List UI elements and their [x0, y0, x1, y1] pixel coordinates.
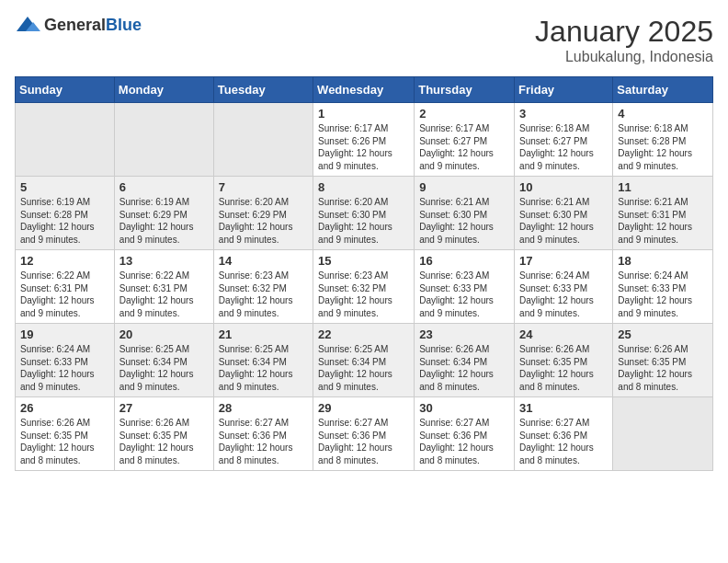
- calendar-table: SundayMondayTuesdayWednesdayThursdayFrid…: [15, 76, 713, 471]
- day-info: Sunrise: 6:25 AM Sunset: 6:34 PM Dayligh…: [219, 343, 308, 393]
- day-info: Sunrise: 6:21 AM Sunset: 6:30 PM Dayligh…: [519, 196, 608, 246]
- calendar-cell: 15Sunrise: 6:23 AM Sunset: 6:32 PM Dayli…: [313, 250, 415, 324]
- weekday-header-monday: Monday: [114, 77, 213, 103]
- calendar-cell: 25Sunrise: 6:26 AM Sunset: 6:35 PM Dayli…: [613, 324, 713, 397]
- day-number: 31: [519, 401, 608, 415]
- calendar-week-1: 1Sunrise: 6:17 AM Sunset: 6:26 PM Daylig…: [16, 103, 713, 177]
- day-number: 16: [419, 254, 509, 268]
- day-number: 28: [219, 401, 308, 415]
- calendar-cell: 31Sunrise: 6:27 AM Sunset: 6:36 PM Dayli…: [515, 397, 613, 471]
- calendar-cell: 8Sunrise: 6:20 AM Sunset: 6:30 PM Daylig…: [313, 177, 415, 250]
- day-number: 10: [519, 180, 608, 194]
- day-number: 24: [519, 327, 608, 341]
- calendar-cell: 22Sunrise: 6:25 AM Sunset: 6:34 PM Dayli…: [313, 324, 415, 397]
- day-number: 30: [419, 401, 509, 415]
- day-info: Sunrise: 6:22 AM Sunset: 6:31 PM Dayligh…: [20, 270, 109, 319]
- weekday-header-friday: Friday: [515, 77, 613, 103]
- day-info: Sunrise: 6:24 AM Sunset: 6:33 PM Dayligh…: [618, 270, 708, 319]
- calendar-cell: 12Sunrise: 6:22 AM Sunset: 6:31 PM Dayli…: [16, 250, 115, 324]
- calendar-cell: 23Sunrise: 6:26 AM Sunset: 6:34 PM Dayli…: [415, 324, 515, 397]
- day-number: 9: [419, 180, 509, 194]
- day-info: Sunrise: 6:27 AM Sunset: 6:36 PM Dayligh…: [519, 417, 608, 466]
- calendar-cell: 21Sunrise: 6:25 AM Sunset: 6:34 PM Dayli…: [213, 324, 313, 397]
- weekday-header-tuesday: Tuesday: [213, 77, 313, 103]
- calendar-cell: 26Sunrise: 6:26 AM Sunset: 6:35 PM Dayli…: [16, 397, 115, 471]
- calendar-cell: 30Sunrise: 6:27 AM Sunset: 6:36 PM Dayli…: [415, 397, 515, 471]
- calendar-cell: [16, 103, 115, 177]
- day-info: Sunrise: 6:26 AM Sunset: 6:35 PM Dayligh…: [119, 417, 209, 466]
- day-number: 5: [20, 180, 109, 194]
- calendar-cell: 11Sunrise: 6:21 AM Sunset: 6:31 PM Dayli…: [613, 177, 713, 250]
- calendar-cell: 1Sunrise: 6:17 AM Sunset: 6:26 PM Daylig…: [313, 103, 415, 177]
- day-number: 12: [20, 254, 109, 268]
- day-number: 15: [318, 254, 409, 268]
- day-number: 8: [318, 180, 409, 194]
- day-number: 1: [318, 107, 409, 121]
- weekday-header-wednesday: Wednesday: [313, 77, 415, 103]
- logo-blue: Blue: [106, 16, 142, 34]
- day-number: 25: [618, 327, 708, 341]
- day-info: Sunrise: 6:18 AM Sunset: 6:28 PM Dayligh…: [618, 122, 708, 172]
- calendar-cell: 14Sunrise: 6:23 AM Sunset: 6:32 PM Dayli…: [213, 250, 313, 324]
- calendar-cell: 28Sunrise: 6:27 AM Sunset: 6:36 PM Dayli…: [213, 397, 313, 471]
- day-number: 14: [219, 254, 308, 268]
- calendar-week-3: 12Sunrise: 6:22 AM Sunset: 6:31 PM Dayli…: [16, 250, 713, 324]
- calendar-cell: 16Sunrise: 6:23 AM Sunset: 6:33 PM Dayli…: [415, 250, 515, 324]
- day-info: Sunrise: 6:23 AM Sunset: 6:33 PM Dayligh…: [419, 270, 509, 319]
- logo-icon: [15, 15, 40, 35]
- day-info: Sunrise: 6:21 AM Sunset: 6:30 PM Dayligh…: [419, 196, 509, 246]
- day-info: Sunrise: 6:27 AM Sunset: 6:36 PM Dayligh…: [419, 417, 509, 466]
- day-number: 29: [318, 401, 409, 415]
- day-info: Sunrise: 6:25 AM Sunset: 6:34 PM Dayligh…: [318, 343, 409, 393]
- day-info: Sunrise: 6:19 AM Sunset: 6:29 PM Dayligh…: [119, 196, 209, 246]
- month-title: January 2025: [535, 15, 713, 49]
- day-number: 13: [119, 254, 209, 268]
- day-number: 3: [519, 107, 608, 121]
- calendar-cell: [213, 103, 313, 177]
- page-header: GeneralBlue January 2025 Lubukalung, Ind…: [15, 15, 713, 65]
- day-info: Sunrise: 6:26 AM Sunset: 6:34 PM Dayligh…: [419, 343, 509, 393]
- day-number: 2: [419, 107, 509, 121]
- logo: GeneralBlue: [15, 15, 142, 35]
- day-info: Sunrise: 6:20 AM Sunset: 6:29 PM Dayligh…: [219, 196, 308, 246]
- calendar-cell: 9Sunrise: 6:21 AM Sunset: 6:30 PM Daylig…: [415, 177, 515, 250]
- title-block: January 2025 Lubukalung, Indonesia: [535, 15, 713, 65]
- day-number: 21: [219, 327, 308, 341]
- day-info: Sunrise: 6:26 AM Sunset: 6:35 PM Dayligh…: [519, 343, 608, 393]
- day-info: Sunrise: 6:26 AM Sunset: 6:35 PM Dayligh…: [20, 417, 109, 466]
- calendar-cell: 2Sunrise: 6:17 AM Sunset: 6:27 PM Daylig…: [415, 103, 515, 177]
- day-number: 23: [419, 327, 509, 341]
- day-info: Sunrise: 6:23 AM Sunset: 6:32 PM Dayligh…: [318, 270, 409, 319]
- calendar-week-4: 19Sunrise: 6:24 AM Sunset: 6:33 PM Dayli…: [16, 324, 713, 397]
- weekday-header-row: SundayMondayTuesdayWednesdayThursdayFrid…: [16, 77, 713, 103]
- day-info: Sunrise: 6:17 AM Sunset: 6:27 PM Dayligh…: [419, 122, 509, 172]
- day-number: 11: [618, 180, 708, 194]
- day-number: 17: [519, 254, 608, 268]
- day-info: Sunrise: 6:19 AM Sunset: 6:28 PM Dayligh…: [20, 196, 109, 246]
- day-info: Sunrise: 6:22 AM Sunset: 6:31 PM Dayligh…: [119, 270, 209, 319]
- calendar-cell: 10Sunrise: 6:21 AM Sunset: 6:30 PM Dayli…: [515, 177, 613, 250]
- calendar-cell: 29Sunrise: 6:27 AM Sunset: 6:36 PM Dayli…: [313, 397, 415, 471]
- calendar-cell: 19Sunrise: 6:24 AM Sunset: 6:33 PM Dayli…: [16, 324, 115, 397]
- logo-general: General: [44, 16, 106, 34]
- calendar-cell: 4Sunrise: 6:18 AM Sunset: 6:28 PM Daylig…: [613, 103, 713, 177]
- calendar-cell: 5Sunrise: 6:19 AM Sunset: 6:28 PM Daylig…: [16, 177, 115, 250]
- calendar-cell: 20Sunrise: 6:25 AM Sunset: 6:34 PM Dayli…: [114, 324, 213, 397]
- day-info: Sunrise: 6:17 AM Sunset: 6:26 PM Dayligh…: [318, 122, 409, 172]
- day-number: 27: [119, 401, 209, 415]
- day-number: 19: [20, 327, 109, 341]
- day-number: 22: [318, 327, 409, 341]
- day-info: Sunrise: 6:27 AM Sunset: 6:36 PM Dayligh…: [219, 417, 308, 466]
- day-info: Sunrise: 6:23 AM Sunset: 6:32 PM Dayligh…: [219, 270, 308, 319]
- calendar-cell: 24Sunrise: 6:26 AM Sunset: 6:35 PM Dayli…: [515, 324, 613, 397]
- calendar-cell: [613, 397, 713, 471]
- day-info: Sunrise: 6:21 AM Sunset: 6:31 PM Dayligh…: [618, 196, 708, 246]
- day-info: Sunrise: 6:18 AM Sunset: 6:27 PM Dayligh…: [519, 122, 608, 172]
- day-info: Sunrise: 6:26 AM Sunset: 6:35 PM Dayligh…: [618, 343, 708, 393]
- day-number: 7: [219, 180, 308, 194]
- day-number: 4: [618, 107, 708, 121]
- calendar-cell: 3Sunrise: 6:18 AM Sunset: 6:27 PM Daylig…: [515, 103, 613, 177]
- day-number: 26: [20, 401, 109, 415]
- calendar-cell: 27Sunrise: 6:26 AM Sunset: 6:35 PM Dayli…: [114, 397, 213, 471]
- calendar-cell: 7Sunrise: 6:20 AM Sunset: 6:29 PM Daylig…: [213, 177, 313, 250]
